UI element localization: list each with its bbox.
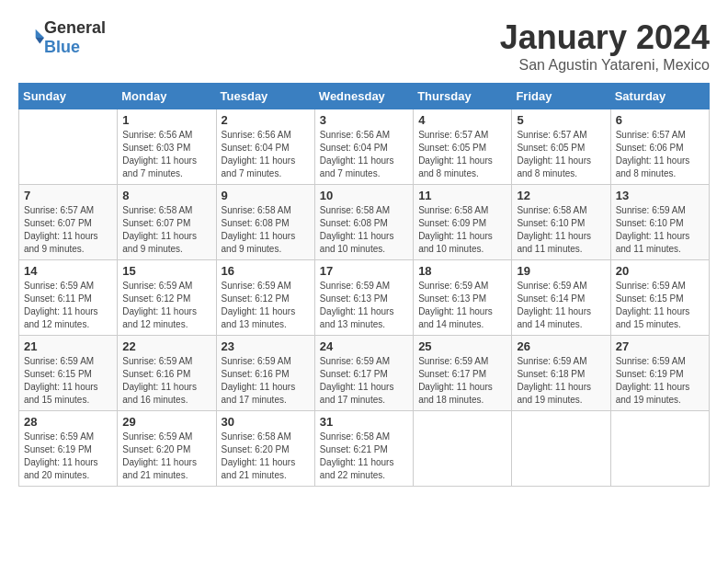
day-number: 8 [122,189,210,202]
calendar-header: SundayMondayTuesdayWednesdayThursdayFrid… [19,84,710,109]
header-cell-monday: Monday [118,84,216,109]
svg-marker-1 [36,38,44,44]
calendar-cell: 25Sunrise: 6:59 AM Sunset: 6:17 PM Dayli… [414,336,512,411]
day-info: Sunrise: 6:59 AM Sunset: 6:16 PM Dayligh… [222,355,310,407]
day-number: 17 [320,264,408,278]
header-cell-tuesday: Tuesday [216,84,314,109]
calendar-cell: 13Sunrise: 6:59 AM Sunset: 6:10 PM Dayli… [610,185,709,260]
day-info: Sunrise: 6:58 AM Sunset: 6:08 PM Dayligh… [222,204,310,256]
calendar-week-3: 14Sunrise: 6:59 AM Sunset: 6:11 PM Dayli… [19,260,710,336]
calendar-cell: 1Sunrise: 6:56 AM Sunset: 6:03 PM Daylig… [118,109,216,185]
day-info: Sunrise: 6:59 AM Sunset: 6:13 PM Dayligh… [320,280,408,331]
calendar-cell [512,411,610,487]
day-info: Sunrise: 6:59 AM Sunset: 6:12 PM Dayligh… [222,280,310,331]
calendar-cell: 8Sunrise: 6:58 AM Sunset: 6:07 PM Daylig… [118,185,216,260]
day-number: 15 [122,264,210,278]
day-info: Sunrise: 6:58 AM Sunset: 6:20 PM Dayligh… [222,431,310,482]
calendar-cell: 22Sunrise: 6:59 AM Sunset: 6:16 PM Dayli… [118,336,216,411]
day-number: 3 [320,113,408,127]
header-cell-thursday: Thursday [414,84,512,109]
day-info: Sunrise: 6:59 AM Sunset: 6:19 PM Dayligh… [24,431,112,482]
calendar-cell: 11Sunrise: 6:58 AM Sunset: 6:09 PM Dayli… [414,185,512,260]
calendar-cell [414,411,512,487]
calendar-cell: 14Sunrise: 6:59 AM Sunset: 6:11 PM Dayli… [19,260,118,336]
day-info: Sunrise: 6:56 AM Sunset: 6:03 PM Dayligh… [122,129,210,180]
calendar-cell: 3Sunrise: 6:56 AM Sunset: 6:04 PM Daylig… [314,109,413,185]
day-info: Sunrise: 6:58 AM Sunset: 6:07 PM Dayligh… [122,204,210,256]
day-number: 10 [320,189,408,202]
day-info: Sunrise: 6:59 AM Sunset: 6:13 PM Dayligh… [418,280,506,331]
day-number: 22 [122,339,210,353]
calendar-cell: 19Sunrise: 6:59 AM Sunset: 6:14 PM Dayli… [512,260,610,336]
day-info: Sunrise: 6:59 AM Sunset: 6:20 PM Dayligh… [122,431,210,482]
day-number: 16 [222,264,310,278]
header-row: SundayMondayTuesdayWednesdayThursdayFrid… [19,84,710,109]
day-info: Sunrise: 6:59 AM Sunset: 6:15 PM Dayligh… [616,280,704,331]
day-info: Sunrise: 6:56 AM Sunset: 6:04 PM Dayligh… [222,129,310,180]
calendar-cell: 9Sunrise: 6:58 AM Sunset: 6:08 PM Daylig… [216,185,314,260]
header-cell-saturday: Saturday [610,84,709,109]
calendar-body: 1Sunrise: 6:56 AM Sunset: 6:03 PM Daylig… [19,109,710,487]
calendar-cell: 28Sunrise: 6:59 AM Sunset: 6:19 PM Dayli… [19,411,118,487]
day-number: 28 [24,415,112,429]
day-info: Sunrise: 6:59 AM Sunset: 6:19 PM Dayligh… [616,355,704,407]
header-cell-wednesday: Wednesday [314,84,413,109]
calendar-cell: 27Sunrise: 6:59 AM Sunset: 6:19 PM Dayli… [610,336,709,411]
day-number: 27 [616,339,704,353]
day-number: 6 [616,113,704,127]
day-info: Sunrise: 6:59 AM Sunset: 6:11 PM Dayligh… [24,280,112,331]
calendar-cell: 18Sunrise: 6:59 AM Sunset: 6:13 PM Dayli… [414,260,512,336]
day-info: Sunrise: 6:58 AM Sunset: 6:21 PM Dayligh… [320,431,408,482]
day-info: Sunrise: 6:59 AM Sunset: 6:16 PM Dayligh… [122,355,210,407]
calendar-table: SundayMondayTuesdayWednesdayThursdayFrid… [18,83,710,487]
day-info: Sunrise: 6:59 AM Sunset: 6:17 PM Dayligh… [320,355,408,407]
day-number: 18 [418,264,506,278]
day-number: 11 [418,189,506,202]
day-number: 13 [616,189,704,202]
day-info: Sunrise: 6:59 AM Sunset: 6:12 PM Dayligh… [122,280,210,331]
day-number: 7 [24,189,112,202]
calendar-cell: 16Sunrise: 6:59 AM Sunset: 6:12 PM Dayli… [216,260,314,336]
day-number: 26 [517,339,605,353]
calendar-cell: 21Sunrise: 6:59 AM Sunset: 6:15 PM Dayli… [19,336,118,411]
day-info: Sunrise: 6:59 AM Sunset: 6:17 PM Dayligh… [418,355,506,407]
calendar-cell: 29Sunrise: 6:59 AM Sunset: 6:20 PM Dayli… [118,411,216,487]
calendar-week-5: 28Sunrise: 6:59 AM Sunset: 6:19 PM Dayli… [19,411,710,487]
day-number: 19 [517,264,605,278]
calendar-cell: 2Sunrise: 6:56 AM Sunset: 6:04 PM Daylig… [216,109,314,185]
day-info: Sunrise: 6:58 AM Sunset: 6:10 PM Dayligh… [517,204,605,256]
logo-icon [18,25,44,51]
day-number: 20 [616,264,704,278]
calendar-cell: 4Sunrise: 6:57 AM Sunset: 6:05 PM Daylig… [414,109,512,185]
day-number: 25 [418,339,506,353]
calendar-cell: 7Sunrise: 6:57 AM Sunset: 6:07 PM Daylig… [19,185,118,260]
calendar-cell: 24Sunrise: 6:59 AM Sunset: 6:17 PM Dayli… [314,336,413,411]
svg-marker-0 [36,29,44,38]
header-cell-sunday: Sunday [19,84,118,109]
logo-general: General [44,18,106,37]
calendar-cell: 26Sunrise: 6:59 AM Sunset: 6:18 PM Dayli… [512,336,610,411]
day-info: Sunrise: 6:57 AM Sunset: 6:06 PM Dayligh… [616,129,704,180]
calendar-cell: 23Sunrise: 6:59 AM Sunset: 6:16 PM Dayli… [216,336,314,411]
title-area: January 2024 San Agustin Yatareni, Mexic… [500,18,710,74]
day-number: 21 [24,339,112,353]
day-number: 12 [517,189,605,202]
calendar-cell: 30Sunrise: 6:58 AM Sunset: 6:20 PM Dayli… [216,411,314,487]
calendar-cell: 6Sunrise: 6:57 AM Sunset: 6:06 PM Daylig… [610,109,709,185]
day-number: 30 [222,415,310,429]
day-number: 2 [222,113,310,127]
calendar-cell: 5Sunrise: 6:57 AM Sunset: 6:05 PM Daylig… [512,109,610,185]
header-cell-friday: Friday [512,84,610,109]
month-title: January 2024 [500,18,710,57]
day-info: Sunrise: 6:58 AM Sunset: 6:09 PM Dayligh… [418,204,506,256]
calendar-week-4: 21Sunrise: 6:59 AM Sunset: 6:15 PM Dayli… [19,336,710,411]
day-info: Sunrise: 6:59 AM Sunset: 6:10 PM Dayligh… [616,204,704,256]
day-number: 9 [222,189,310,202]
calendar-cell [19,109,118,185]
location-title: San Agustin Yatareni, Mexico [500,57,710,74]
page-header: General Blue January 2024 San Agustin Ya… [18,18,710,74]
day-info: Sunrise: 6:57 AM Sunset: 6:05 PM Dayligh… [517,129,605,180]
day-info: Sunrise: 6:57 AM Sunset: 6:07 PM Dayligh… [24,204,112,256]
day-number: 1 [122,113,210,127]
calendar-cell: 10Sunrise: 6:58 AM Sunset: 6:08 PM Dayli… [314,185,413,260]
